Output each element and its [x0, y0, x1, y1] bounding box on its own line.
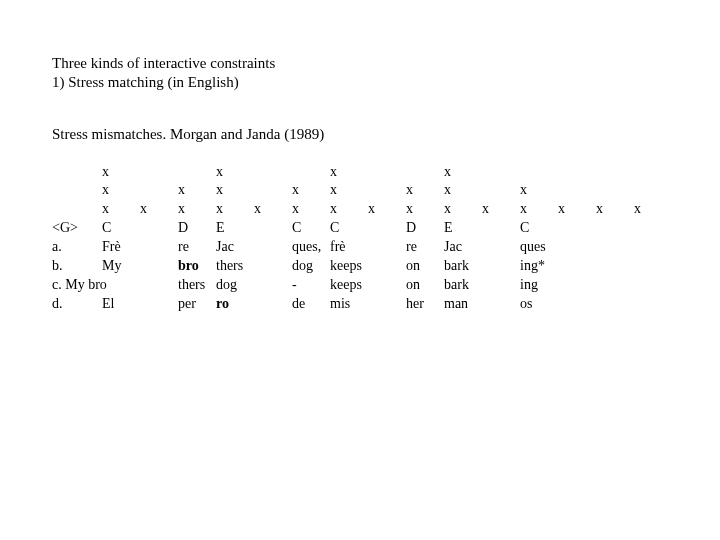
grid-cell: Jac: [444, 238, 482, 257]
grid-cell: ing: [520, 276, 558, 295]
grid-cell: x: [216, 200, 254, 219]
grid-cell: [634, 276, 672, 295]
grid-cell: [596, 295, 634, 314]
title-line-2: 1) Stress matching (in English): [52, 73, 668, 92]
grid-row-4: <G>CDECCDEC: [52, 219, 668, 238]
grid-cell: [558, 163, 596, 182]
grid-cell: x: [520, 181, 558, 200]
grid-cell: [634, 163, 672, 182]
grid-cell: [254, 163, 292, 182]
grid-cell: per: [178, 295, 216, 314]
row-label: b.: [52, 257, 102, 276]
grid-cell: ques: [520, 238, 558, 257]
grid-cell: thers: [216, 257, 254, 276]
grid-cell: [482, 163, 520, 182]
subheading: Stress mismatches. Morgan and Janda (198…: [52, 126, 668, 143]
grid-cell: [558, 295, 596, 314]
grid-cell: x: [520, 200, 558, 219]
grid-cell: re: [178, 238, 216, 257]
grid-cell: x: [178, 200, 216, 219]
grid-cell: x: [292, 181, 330, 200]
grid-cell: [254, 181, 292, 200]
grid-cell: [596, 276, 634, 295]
grid-cell: E: [216, 219, 254, 238]
grid-cell: [558, 181, 596, 200]
grid-cell: x: [102, 181, 140, 200]
grid-cell: [254, 238, 292, 257]
grid-row-8: d.Elperrodemishermanos: [52, 295, 668, 314]
grid-cell: bark: [444, 276, 482, 295]
grid-cell: keeps: [330, 257, 368, 276]
grid-cell: [368, 238, 406, 257]
grid-cell: thers: [178, 276, 216, 295]
grid-cell: [140, 238, 178, 257]
grid-cell: [140, 181, 178, 200]
grid-cell: [254, 219, 292, 238]
grid-cell: [368, 163, 406, 182]
grid-cell: El: [102, 295, 140, 314]
grid-cell: [368, 257, 406, 276]
grid-cell: [140, 163, 178, 182]
grid-cell: D: [406, 219, 444, 238]
grid-cell: [558, 219, 596, 238]
grid-cell: man: [444, 295, 482, 314]
grid-cell: D: [178, 219, 216, 238]
grid-cell: x: [178, 181, 216, 200]
grid-cell: re: [406, 238, 444, 257]
row-label: [52, 163, 102, 182]
grid-cell: [482, 257, 520, 276]
grid-cell: [558, 276, 596, 295]
grid-cell: [140, 257, 178, 276]
grid-cell: ques,: [292, 238, 330, 257]
grid-row-6: b.Mybrothersdogkeepsonbarking*: [52, 257, 668, 276]
grid-row-5: a.FrèreJacques,frèreJacques: [52, 238, 668, 257]
grid-row-7: c. My brothersdog-keepsonbarking: [52, 276, 668, 295]
grid-cell: x: [406, 200, 444, 219]
grid-cell: on: [406, 276, 444, 295]
grid-cell: [520, 163, 558, 182]
row-label: [52, 200, 102, 219]
grid-cell: [596, 219, 634, 238]
stress-grid: xxxx xxxxxxxx xxxxxxxxxxxxxxx <G>CDECCDE…: [52, 163, 668, 314]
grid-cell: x: [444, 200, 482, 219]
grid-cell: [178, 163, 216, 182]
grid-cell: x: [254, 200, 292, 219]
row-label: a.: [52, 238, 102, 257]
grid-cell: x: [444, 181, 482, 200]
grid-cell: [254, 276, 292, 295]
grid-cell: [368, 181, 406, 200]
grid-cell: [368, 276, 406, 295]
grid-cell: x: [482, 200, 520, 219]
grid-cell: [634, 257, 672, 276]
grid-cell: os: [520, 295, 558, 314]
grid-cell: [596, 181, 634, 200]
title-line-1: Three kinds of interactive constraints: [52, 54, 668, 73]
grid-cell: [406, 163, 444, 182]
grid-cell: x: [330, 200, 368, 219]
grid-cell: [634, 295, 672, 314]
grid-cell: [596, 238, 634, 257]
grid-cell: C: [292, 219, 330, 238]
grid-cell: -: [292, 276, 330, 295]
grid-cell: x: [102, 200, 140, 219]
grid-cell: [482, 276, 520, 295]
grid-cell: dog: [292, 257, 330, 276]
grid-cell: [482, 238, 520, 257]
grid-cell: bro: [178, 257, 216, 276]
grid-cell: E: [444, 219, 482, 238]
grid-cell: x: [558, 200, 596, 219]
grid-cell: ro: [216, 295, 254, 314]
grid-cell: x: [444, 163, 482, 182]
grid-cell: x: [140, 200, 178, 219]
grid-cell: x: [634, 200, 672, 219]
grid-cell: [482, 181, 520, 200]
grid-cell: Jac: [216, 238, 254, 257]
grid-cell: x: [216, 163, 254, 182]
grid-cell: [558, 257, 596, 276]
grid-cell: mis: [330, 295, 368, 314]
grid-cell: C: [330, 219, 368, 238]
grid-cell: x: [330, 181, 368, 200]
grid-row-3: xxxxxxxxxxxxxxx: [52, 200, 668, 219]
grid-cell: [368, 219, 406, 238]
grid-cell: de: [292, 295, 330, 314]
